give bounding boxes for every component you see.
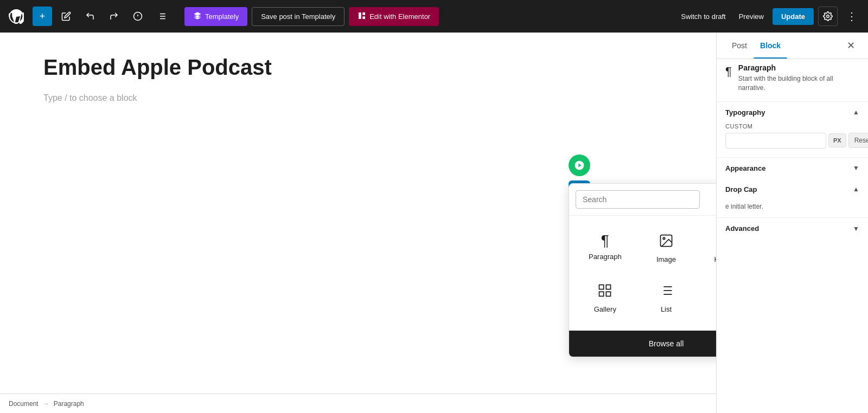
- block-type-description: Start with the building block of all nar…: [738, 74, 859, 93]
- typography-label: Typography: [725, 108, 765, 117]
- appearance-label: Appearance: [725, 164, 765, 172]
- dropcap-text: e initial letter.: [725, 202, 859, 211]
- templately-button[interactable]: Templately: [184, 7, 247, 26]
- typography-chevron-up: ▲: [853, 108, 859, 116]
- block-item-list[interactable]: List: [637, 274, 696, 322]
- breadcrumb-separator: →: [43, 400, 49, 408]
- preview-button[interactable]: Preview: [735, 9, 768, 24]
- font-size-input[interactable]: [725, 133, 826, 149]
- wp-logo[interactable]: [7, 7, 26, 26]
- svg-rect-12: [363, 16, 366, 19]
- undo-button[interactable]: [80, 7, 100, 26]
- main-layout: Embed Apple Podcast Type / to choose a b…: [0, 33, 868, 413]
- browse-all-button[interactable]: Browse all: [569, 331, 716, 357]
- tab-block[interactable]: Block: [754, 33, 787, 59]
- svg-rect-24: [607, 292, 611, 296]
- svg-point-17: [663, 237, 665, 240]
- search-wrapper: [576, 190, 716, 209]
- dropcap-section-header[interactable]: Drop Cap ▲: [717, 179, 868, 200]
- gallery-icon: [597, 283, 612, 301]
- tab-post[interactable]: Post: [725, 33, 754, 59]
- dropcap-chevron-up: ▲: [853, 185, 859, 193]
- post-title[interactable]: Embed Apple Podcast: [43, 54, 673, 80]
- more-options-button[interactable]: ⋮: [842, 7, 861, 26]
- svg-rect-23: [599, 292, 604, 296]
- right-sidebar: Post Block ✕ ¶ Paragraph Start with the …: [716, 33, 868, 413]
- heading-label: Heading: [714, 255, 716, 263]
- advanced-section-header[interactable]: Advanced ▼: [717, 218, 868, 239]
- edit-mode-button[interactable]: [56, 7, 76, 26]
- block-item-paragraph[interactable]: ¶ Paragraph: [576, 224, 635, 272]
- unit-badge: PX: [828, 133, 846, 147]
- block-placeholder[interactable]: Type / to choose a block: [43, 93, 673, 103]
- grammarly-button[interactable]: [569, 154, 590, 176]
- block-inserter-popup: ¶ Paragraph Image Heading: [569, 183, 716, 357]
- block-item-quote[interactable]: Quote: [698, 274, 716, 322]
- block-search-input[interactable]: [576, 190, 700, 209]
- paragraph-icon: ¶: [601, 233, 609, 248]
- image-icon: [659, 233, 674, 251]
- elementor-button[interactable]: Edit with Elementor: [349, 7, 439, 26]
- elementor-icon: [358, 11, 366, 22]
- switch-draft-button[interactable]: Switch to draft: [676, 9, 730, 24]
- breadcrumb-paragraph[interactable]: Paragraph: [54, 400, 84, 408]
- editor-area[interactable]: Embed Apple Podcast Type / to choose a b…: [0, 33, 716, 413]
- typography-controls: Custom PX Reset: [717, 123, 868, 157]
- block-type-icon: ¶: [725, 64, 732, 79]
- custom-size-row: PX Reset: [725, 133, 859, 149]
- block-type-details: Paragraph Start with the building block …: [738, 63, 859, 93]
- sidebar-tabs: Post Block ✕: [717, 33, 868, 59]
- advanced-label: Advanced: [725, 224, 759, 233]
- close-sidebar-button[interactable]: ✕: [843, 33, 859, 59]
- custom-label: Custom: [725, 123, 859, 130]
- svg-rect-11: [363, 12, 366, 15]
- templately-icon: [193, 11, 202, 22]
- info-button[interactable]: [128, 7, 148, 26]
- list-label: List: [661, 305, 672, 313]
- block-type-info-row: ¶ Paragraph Start with the building bloc…: [717, 59, 868, 102]
- svg-rect-21: [599, 285, 604, 289]
- block-item-image[interactable]: Image: [637, 224, 696, 272]
- dropcap-description: e initial letter.: [717, 200, 868, 218]
- save-templately-button[interactable]: Save post in Templately: [252, 7, 344, 26]
- blocks-grid: ¶ Paragraph Image Heading: [569, 216, 716, 331]
- settings-button[interactable]: [818, 7, 838, 26]
- svg-point-13: [827, 15, 829, 18]
- svg-rect-10: [359, 12, 361, 19]
- block-item-gallery[interactable]: Gallery: [576, 274, 635, 322]
- reset-button[interactable]: Reset: [848, 133, 868, 148]
- image-label: Image: [656, 255, 676, 263]
- main-toolbar: + Templately Save post in Templately Edi…: [0, 0, 868, 33]
- block-type-title: Paragraph: [738, 63, 859, 72]
- redo-button[interactable]: [104, 7, 124, 26]
- bottom-bar: Document → Paragraph: [0, 393, 716, 413]
- list-icon: [659, 283, 674, 301]
- typography-section-header[interactable]: Typography ▲: [717, 102, 868, 123]
- list-view-button[interactable]: [152, 7, 171, 26]
- block-item-heading[interactable]: Heading: [698, 224, 716, 272]
- dropcap-label: Drop Cap: [725, 185, 757, 193]
- paragraph-label: Paragraph: [589, 253, 622, 261]
- appearance-section-header[interactable]: Appearance ▼: [717, 158, 868, 179]
- gallery-label: Gallery: [594, 305, 616, 313]
- add-block-toolbar-button[interactable]: +: [33, 7, 52, 26]
- svg-rect-22: [607, 285, 611, 289]
- search-row: [569, 184, 716, 216]
- update-button[interactable]: Update: [773, 8, 814, 25]
- appearance-chevron-down: ▼: [853, 164, 859, 172]
- breadcrumb-document[interactable]: Document: [9, 400, 39, 408]
- advanced-chevron-down: ▼: [853, 225, 859, 233]
